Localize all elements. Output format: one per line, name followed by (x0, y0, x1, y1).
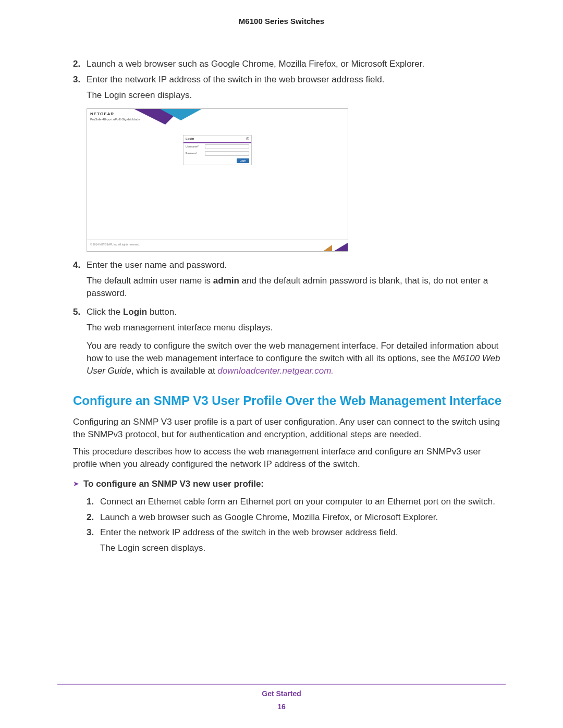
step-text: Enter the network IP address of the swit… (100, 526, 506, 539)
ordered-steps-bottom: 1. Connect an Ethernet cable form an Eth… (87, 496, 506, 539)
step-number: 5. (73, 306, 87, 318)
ordered-steps-5: 5. Click the Login button. (73, 306, 506, 318)
ordered-steps-top: 2. Launch a web browser such as Google C… (73, 58, 506, 86)
section-paragraph-2: This procedure describes how to access t… (73, 446, 506, 471)
login-body: Login ⓘ Username* Password Login (87, 128, 348, 239)
decorative-triangle (322, 245, 332, 251)
username-field (205, 144, 249, 149)
text: You are ready to configure the switch ov… (87, 341, 498, 363)
section-heading: Configure an SNMP V3 User Profile Over t… (73, 393, 506, 409)
step5-ready: You are ready to configure the switch ov… (87, 340, 506, 377)
login-displays-text-2: The Login screen displays. (100, 542, 506, 554)
step-number: 3. (73, 73, 87, 86)
text: Click the (87, 307, 123, 317)
login-displays-text: The Login screen displays. (87, 89, 506, 102)
step-number: 1. (87, 496, 100, 508)
password-field (205, 151, 249, 156)
chevron-icon: ➤ (73, 479, 79, 489)
task-heading: ➤ To configure an SNMP V3 new user profi… (73, 478, 506, 490)
step-text: Enter the user name and password. (87, 259, 506, 272)
page-header: M6100 Series Switches (57, 16, 506, 27)
login-card-header: Login ⓘ (183, 135, 251, 143)
login-header-bar: NETGEAR ProSafe 48-port uPoE Gigabit bla… (87, 109, 348, 128)
brand-logo: NETGEAR (90, 111, 114, 117)
step-text: Connect an Ethernet cable form an Ethern… (100, 496, 506, 508)
list-item: 4. Enter the user name and password. (73, 259, 506, 272)
step4-detail: The default admin user name is admin and… (87, 275, 506, 300)
username-label: Username* (186, 145, 203, 149)
step-text: Launch a web browser such as Google Chro… (100, 511, 506, 524)
text: button. (147, 307, 177, 317)
footer-section: Get Started (57, 689, 506, 699)
password-row: Password (183, 150, 251, 157)
list-item: 2. Launch a web browser such as Google C… (87, 511, 506, 524)
task-title: To configure an SNMP V3 new user profile… (83, 478, 264, 490)
username-row: Username* (183, 143, 251, 150)
list-item: 3. Enter the network IP address of the s… (73, 73, 506, 86)
step-text: Enter the network IP address of the swit… (87, 73, 506, 86)
footer-page-number: 16 (57, 702, 506, 712)
section-paragraph-1: Configuring an SNMP V3 user profile is a… (73, 416, 506, 441)
step-number: 2. (87, 511, 100, 524)
text: . (331, 366, 334, 376)
list-item: 3. Enter the network IP address of the s… (87, 526, 506, 539)
login-footer: © 2014 NETGEAR, Inc. All rights reserved… (87, 239, 348, 251)
list-item: 2. Launch a web browser such as Google C… (73, 58, 506, 70)
login-screenshot: NETGEAR ProSafe 48-port uPoE Gigabit bla… (87, 108, 348, 252)
login-card-title: Login (186, 137, 194, 141)
step5-result: The web management interface menu displa… (87, 322, 506, 334)
bold-text: admin (213, 276, 239, 286)
list-item: 1. Connect an Ethernet cable form an Eth… (87, 496, 506, 508)
page-footer: Get Started 16 (57, 684, 506, 712)
login-card: Login ⓘ Username* Password Login (183, 135, 252, 165)
password-label: Password (186, 152, 203, 155)
step-text: Launch a web browser such as Google Chro… (87, 58, 506, 70)
header-title: M6100 Series Switches (239, 17, 324, 26)
text: The default admin user name is (87, 276, 213, 286)
bold-text: Login (123, 307, 147, 317)
document-page: M6100 Series Switches 2. Launch a web br… (0, 0, 563, 728)
text: , which is available at (131, 366, 217, 376)
step-text: Click the Login button. (87, 306, 506, 318)
list-item: 5. Click the Login button. (73, 306, 506, 318)
step-number: 2. (73, 58, 87, 70)
step-number: 4. (73, 259, 87, 272)
page-content: 2. Launch a web browser such as Google C… (57, 58, 506, 554)
ordered-steps-mid: 4. Enter the user name and password. (73, 259, 506, 272)
login-button-row: Login (183, 157, 251, 165)
product-subtitle: ProSafe 48-port uPoE Gigabit blade (90, 117, 140, 121)
help-icon: ⓘ (246, 137, 249, 141)
step-number: 3. (87, 526, 100, 539)
link-text[interactable]: downloadcenter.netgear.com (217, 366, 331, 376)
decorative-triangle (160, 109, 202, 120)
login-button: Login (237, 158, 249, 163)
decorative-triangle (332, 240, 348, 251)
copyright-text: © 2014 NETGEAR, Inc. All rights reserved… (90, 243, 140, 246)
